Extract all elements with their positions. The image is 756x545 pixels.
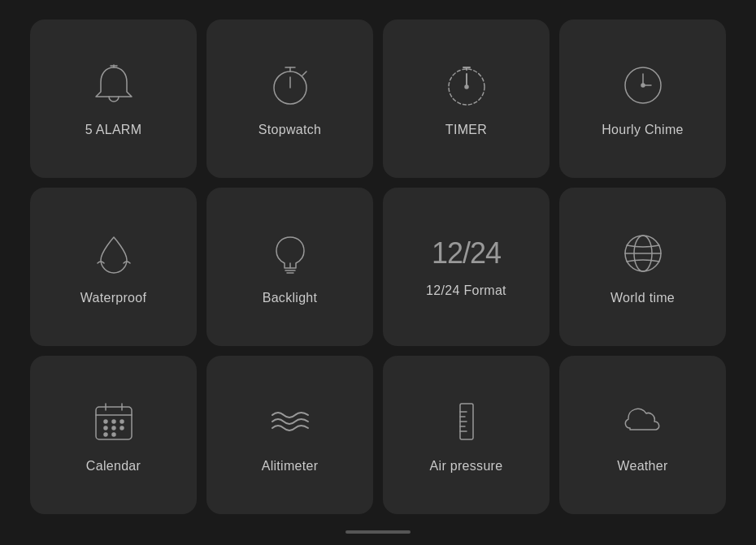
calendar-icon bbox=[89, 397, 138, 446]
tile-weather[interactable]: Weather bbox=[559, 356, 726, 514]
backlight-label: Backlight bbox=[263, 291, 318, 305]
tile-format[interactable]: 12/24 12/24 Format bbox=[383, 188, 550, 346]
hourly-chime-label: Hourly Chime bbox=[602, 123, 684, 137]
svg-point-23 bbox=[120, 426, 124, 430]
bottom-indicator bbox=[345, 530, 411, 534]
waves-icon bbox=[266, 397, 315, 446]
world-time-label: World time bbox=[610, 291, 675, 305]
tile-alarm[interactable]: 5 ALARM bbox=[30, 19, 197, 178]
tile-altimeter[interactable]: Alitimeter bbox=[206, 356, 373, 514]
svg-point-21 bbox=[104, 426, 107, 430]
format-icon: 12/24 bbox=[432, 236, 501, 270]
svg-point-7 bbox=[641, 84, 645, 87]
tile-backlight[interactable]: Backlight bbox=[206, 188, 373, 346]
svg-point-25 bbox=[112, 433, 115, 436]
air-pressure-label: Air pressure bbox=[430, 459, 503, 474]
alarm-label: 5 ALARM bbox=[85, 123, 142, 137]
app-grid: 5 ALARM Stopwatch TIMER bbox=[22, 11, 734, 522]
bulb-icon bbox=[266, 229, 315, 278]
svg-point-22 bbox=[112, 426, 115, 430]
tile-air-pressure[interactable]: Air pressure bbox=[383, 356, 550, 514]
svg-point-5 bbox=[465, 85, 468, 89]
gauge-icon bbox=[442, 397, 491, 446]
bell-icon bbox=[89, 61, 138, 110]
svg-point-18 bbox=[104, 420, 107, 423]
svg-point-19 bbox=[112, 420, 115, 423]
weather-label: Weather bbox=[617, 459, 667, 474]
timer-label: TIMER bbox=[445, 123, 487, 137]
clock-icon bbox=[619, 61, 667, 110]
altimeter-label: Alitimeter bbox=[262, 459, 319, 474]
cloud-icon bbox=[619, 397, 667, 446]
tile-hourly-chime[interactable]: Hourly Chime bbox=[559, 19, 726, 178]
tile-timer[interactable]: TIMER bbox=[383, 19, 550, 178]
tile-waterproof[interactable]: Waterproof bbox=[30, 188, 197, 346]
stopwatch-label: Stopwatch bbox=[259, 123, 321, 137]
svg-point-24 bbox=[104, 433, 107, 436]
calendar-label: Calendar bbox=[86, 459, 141, 474]
stopwatch-icon bbox=[266, 61, 315, 110]
tile-stopwatch[interactable]: Stopwatch bbox=[206, 19, 373, 178]
waterproof-icon bbox=[89, 229, 138, 278]
svg-point-20 bbox=[120, 420, 124, 423]
tile-world-time[interactable]: World time bbox=[559, 188, 726, 346]
format-label: 12/24 Format bbox=[426, 283, 506, 298]
tile-calendar[interactable]: Calendar bbox=[30, 356, 197, 514]
globe-icon bbox=[619, 229, 667, 278]
svg-line-3 bbox=[302, 71, 306, 76]
format-text: 12/24 bbox=[432, 236, 501, 270]
timer-icon bbox=[442, 61, 491, 110]
waterproof-label: Waterproof bbox=[80, 291, 147, 305]
